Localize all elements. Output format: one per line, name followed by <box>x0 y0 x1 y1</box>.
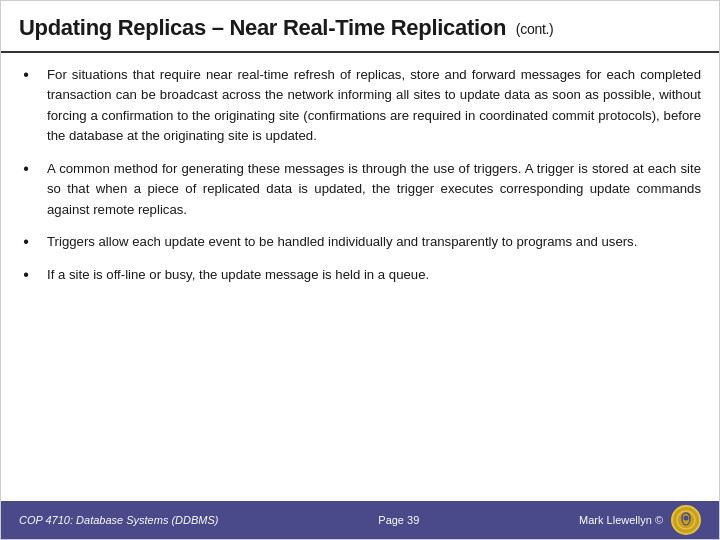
svg-point-2 <box>684 516 689 521</box>
slide-content: • For situations that require near real-… <box>1 53 719 501</box>
bullet-dot-4: • <box>19 266 33 284</box>
bullet-text-3: Triggers allow each update event to be h… <box>47 232 637 252</box>
bullet-item-2: • A common method for generating these m… <box>19 159 701 220</box>
bullet-item-3: • Triggers allow each update event to be… <box>19 232 701 252</box>
bullet-item-4: • If a site is off-line or busy, the upd… <box>19 265 701 285</box>
footer-logo <box>671 505 701 535</box>
slide: Updating Replicas – Near Real-Time Repli… <box>0 0 720 540</box>
bullet-text-2: A common method for generating these mes… <box>47 159 701 220</box>
bullet-item-1: • For situations that require near real-… <box>19 65 701 147</box>
footer-page: Page 39 <box>378 514 419 526</box>
footer-right-section: Mark Llewellyn © <box>579 505 701 535</box>
slide-title: Updating Replicas – Near Real-Time Repli… <box>19 15 701 41</box>
bullet-text-4: If a site is off-line or busy, the updat… <box>47 265 429 285</box>
footer-author: Mark Llewellyn © <box>579 514 663 526</box>
footer-course: COP 4710: Database Systems (DDBMS) <box>19 514 219 526</box>
bullet-text-1: For situations that require near real-ti… <box>47 65 701 147</box>
bullet-dot-1: • <box>19 66 33 84</box>
bullet-dot-3: • <box>19 233 33 251</box>
bullet-dot-2: • <box>19 160 33 178</box>
title-text: Updating Replicas – Near Real-Time Repli… <box>19 15 506 40</box>
slide-footer: COP 4710: Database Systems (DDBMS) Page … <box>1 501 719 539</box>
logo-icon <box>676 510 696 530</box>
title-cont: (cont.) <box>516 21 554 37</box>
slide-header: Updating Replicas – Near Real-Time Repli… <box>1 1 719 53</box>
